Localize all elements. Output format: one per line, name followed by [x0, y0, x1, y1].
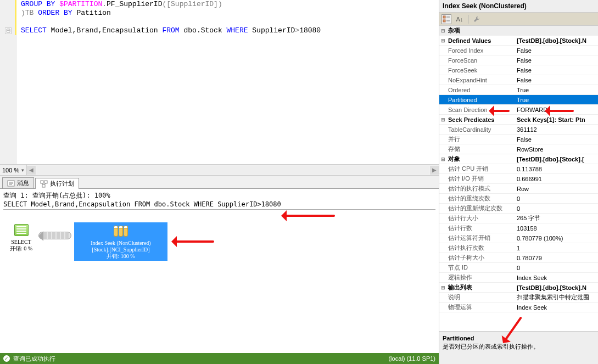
plan-node-select[interactable]: SELECT 开销: 0 %	[10, 222, 32, 252]
status-ok-icon: ✓	[3, 355, 10, 362]
props-row[interactable]: 估计行数103158	[439, 223, 598, 233]
plan-node-index-seek[interactable]: Index Seek (NonClustered) [Stock].[NCI_S…	[74, 222, 167, 261]
props-row[interactable]: 估计执行次数1	[439, 243, 598, 253]
props-row[interactable]: 估计的重绕次数0	[439, 194, 598, 204]
tab-messages[interactable]: 消息	[2, 177, 34, 188]
alphabetical-icon[interactable]: A↓	[455, 14, 465, 24]
status-server: (local) (11.0 SP1)	[388, 355, 435, 362]
props-row[interactable]: 估计行大小265 字节	[439, 214, 598, 223]
index-seek-icon	[114, 226, 128, 237]
props-row[interactable]: ForceScanFalse	[439, 55, 598, 65]
svg-rect-9	[443, 16, 445, 18]
props-row[interactable]: 物理运算Index Seek	[439, 303, 598, 312]
plan-flow-arrow	[38, 232, 71, 239]
props-row[interactable]: ⊞输出列表[TestDB].[dbo].[Stock].N	[439, 283, 598, 293]
code-content[interactable]: GROUP BY $PARTITION.PF_SupplierID([Suppl…	[16, 0, 439, 164]
props-row[interactable]: NoExpandHintFalse	[439, 75, 598, 85]
props-row[interactable]: ⊞对象[TestDB].[dbo].[Stock].[	[439, 154, 598, 164]
properties-title: Index Seek (NonClustered)	[439, 0, 598, 13]
props-row[interactable]: ⊞Seek PredicatesSeek Keys[1]: Start: Ptn	[439, 115, 598, 125]
properties-description: Partitioned 是否对已分区的表或索引执行操作。	[439, 331, 598, 364]
props-row[interactable]: ForceSeekFalse	[439, 65, 598, 75]
props-row[interactable]: TableCardinality361112	[439, 125, 598, 135]
properties-panel: Index Seek (NonClustered) A↓ ⊟杂项 ⊞Define…	[439, 0, 598, 364]
props-row[interactable]: PartitionedTrue	[439, 95, 598, 105]
zoom-dropdown[interactable]: 100 %	[0, 165, 27, 175]
plan-query-header: 查询 1: 查询开销(占总批): 100%	[3, 191, 435, 200]
svg-rect-10	[443, 20, 445, 22]
execution-plan-area[interactable]: 查询 1: 查询开销(占总批): 100% SELECT Model,Brand…	[0, 189, 439, 353]
result-tabs: 消息 执行计划	[0, 176, 439, 189]
props-row[interactable]: 估计运算符开销0.780779 (100%)	[439, 233, 598, 243]
props-row[interactable]: 并行False	[439, 135, 598, 144]
plan-query-text: SELECT Model,Brand,Encapsulation FROM db…	[3, 200, 435, 210]
props-row[interactable]: 估计子树大小0.780779	[439, 253, 598, 263]
props-row[interactable]: Forced IndexFalse	[439, 46, 598, 55]
props-row[interactable]: OrderedTrue	[439, 85, 598, 95]
svg-rect-6	[42, 184, 45, 187]
props-row[interactable]: ⊞Defined Values[TestDB].[dbo].[Stock].N	[439, 36, 598, 46]
status-text: 查询已成功执行	[13, 355, 55, 363]
editor-h-scrollbar[interactable]	[37, 166, 429, 175]
props-row[interactable]: 逻辑操作Index Seek	[439, 273, 598, 283]
props-row[interactable]: 估计 I/O 开销0.666991	[439, 174, 598, 184]
props-category-misc[interactable]: ⊟杂项	[439, 26, 598, 36]
props-row[interactable]: 估计的重新绑定次数0	[439, 204, 598, 214]
editor-gutter	[0, 0, 16, 164]
status-bar: ✓ 查询已成功执行 (local) (11.0 SP1)	[0, 353, 439, 364]
sql-editor[interactable]: GROUP BY $PARTITION.PF_SupplierID([Suppl…	[0, 0, 439, 176]
props-row[interactable]: 估计 CPU 开销0.113788	[439, 164, 598, 174]
left-panel: GROUP BY $PARTITION.PF_SupplierID([Suppl…	[0, 0, 439, 364]
tab-execution-plan[interactable]: 执行计划	[35, 178, 79, 189]
props-row[interactable]: 节点 ID0	[439, 263, 598, 273]
props-row[interactable]: 估计的执行模式Row	[439, 184, 598, 194]
svg-rect-5	[44, 181, 47, 183]
props-wrench-icon[interactable]	[472, 14, 482, 24]
props-row[interactable]: 说明扫描非聚集索引中特定范围	[439, 293, 598, 303]
messages-icon	[7, 180, 15, 187]
props-row[interactable]: 存储RowStore	[439, 144, 598, 154]
plan-icon	[40, 180, 48, 188]
svg-rect-4	[41, 181, 43, 183]
properties-grid[interactable]: ⊟杂项 ⊞Defined Values[TestDB].[dbo].[Stock…	[439, 26, 598, 331]
props-row[interactable]: Scan DirectionFORWARD	[439, 105, 598, 115]
properties-toolbar: A↓	[439, 13, 598, 26]
annotation-arrow-icon	[286, 215, 335, 217]
annotation-arrow-icon	[176, 240, 214, 243]
categorized-icon[interactable]	[441, 14, 451, 24]
select-op-icon	[14, 224, 29, 236]
